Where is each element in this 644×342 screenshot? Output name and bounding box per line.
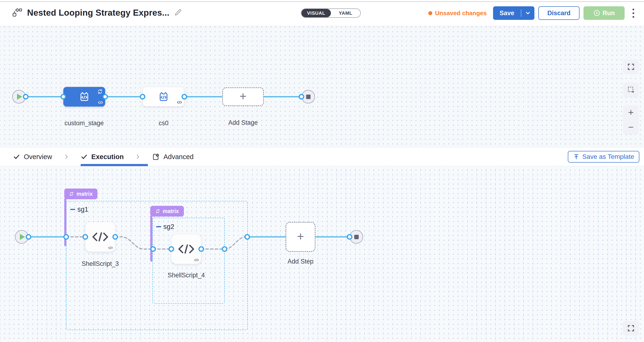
chevron-right-icon <box>63 153 70 160</box>
more-options-kebab-icon[interactable] <box>628 6 638 20</box>
port <box>347 234 352 240</box>
matrix-badge-sg1[interactable]: matrix <box>64 188 98 199</box>
chevron-right-icon <box>135 153 141 160</box>
port <box>222 246 227 252</box>
execution-canvas[interactable]: matrix matrix sg1 sg2 <box>0 166 644 342</box>
plus-icon: + <box>297 230 304 242</box>
page-title: Nested Looping Strategy Expres... <box>27 8 170 18</box>
fullscreen-icon <box>627 324 635 332</box>
step-node-shellscript-3[interactable] <box>85 222 115 252</box>
tab-overview[interactable]: Overview <box>13 153 52 161</box>
loop-icon <box>155 208 160 214</box>
zoom-controls: + − <box>623 105 639 134</box>
fullscreen-button[interactable] <box>623 60 639 74</box>
toggle-yaml[interactable]: YAML <box>331 9 360 17</box>
advanced-settings-icon <box>152 153 160 160</box>
window-top-edge <box>0 2 644 2</box>
start-play-icon <box>17 94 22 100</box>
port <box>198 246 204 252</box>
collapse-dash-icon <box>156 226 161 227</box>
unsaved-changes-badge: Unsaved changes <box>428 10 487 17</box>
collapse-dash-icon <box>70 209 75 210</box>
view-mode-toggle: VISUAL YAML <box>301 8 361 18</box>
step-label-shellscript-3[interactable]: ShellScript_3 <box>82 260 119 268</box>
header: Nested Looping Strategy Expres... VISUAL… <box>0 0 644 26</box>
matrix-badge-sg2[interactable]: matrix <box>150 206 184 216</box>
save-button[interactable]: Save <box>493 6 534 20</box>
zoom-out-button[interactable]: − <box>628 122 634 132</box>
run-button-label: Run <box>603 10 615 17</box>
discard-button[interactable]: Discard <box>538 6 580 20</box>
zoom-in-button[interactable]: + <box>628 108 634 117</box>
tab-execution[interactable]: Execution <box>80 153 124 161</box>
pipeline-icon <box>12 8 22 18</box>
port <box>23 94 28 100</box>
plus-icon: + <box>240 90 246 102</box>
port <box>168 246 174 252</box>
step-node-shellscript-4[interactable] <box>171 234 201 264</box>
port <box>299 94 304 100</box>
tab-advanced-label: Advanced <box>163 153 194 161</box>
port <box>112 234 118 240</box>
run-button[interactable]: Run <box>584 6 624 20</box>
run-play-icon <box>593 10 600 16</box>
save-button-label[interactable]: Save <box>493 10 521 17</box>
fullscreen-icon <box>627 63 635 71</box>
add-step-label[interactable]: Add Step <box>288 258 313 265</box>
upload-icon <box>573 154 580 160</box>
group-label-sg2[interactable]: sg2 <box>156 223 174 230</box>
step-code-icon <box>108 246 113 250</box>
add-stage-label[interactable]: Add Stage <box>228 119 258 126</box>
step-label-shellscript-4[interactable]: ShellScript_4 <box>168 272 205 279</box>
matrix-badge-label: matrix <box>163 208 179 214</box>
active-tab-underline <box>80 164 148 166</box>
stage-label-custom-stage[interactable]: custom_stage <box>64 120 104 127</box>
unsaved-dot-icon <box>428 11 432 15</box>
tab-advanced[interactable]: Advanced <box>152 153 194 161</box>
pipeline-studio: Nested Looping Strategy Expres... VISUAL… <box>0 0 644 342</box>
port <box>244 234 250 240</box>
stage-node-custom-stage[interactable] <box>63 87 105 106</box>
stage-detail-tabbar: Overview Execution Advanced <box>0 147 644 166</box>
marquee-select-button[interactable] <box>623 82 639 97</box>
port <box>102 94 108 100</box>
stage-label-cs0[interactable]: cs0 <box>159 120 168 127</box>
looping-strategy-icon <box>97 88 103 96</box>
step-code-icon <box>194 258 199 262</box>
unsaved-text: Unsaved changes <box>435 10 487 17</box>
start-play-icon <box>20 234 25 240</box>
toggle-visual[interactable]: VISUAL <box>302 9 331 17</box>
port <box>82 234 88 240</box>
save-as-template-label: Save as Template <box>582 153 634 160</box>
stop-icon <box>306 94 310 99</box>
stage-code-icon <box>98 101 103 105</box>
loop-icon <box>69 191 74 196</box>
port <box>26 234 31 240</box>
port <box>63 234 69 240</box>
marquee-select-icon <box>627 86 635 94</box>
add-stage-button[interactable]: + <box>222 87 264 106</box>
port <box>60 94 66 100</box>
port <box>140 94 145 100</box>
tab-execution-label: Execution <box>91 153 124 161</box>
fullscreen-button[interactable] <box>623 321 639 336</box>
edit-title-icon[interactable] <box>174 9 182 17</box>
matrix-bar-sg2 <box>150 216 152 262</box>
port <box>182 94 187 100</box>
stop-icon <box>354 235 359 239</box>
save-options-chevron-icon[interactable] <box>521 10 534 16</box>
save-as-template-button[interactable]: Save as Template <box>568 151 639 162</box>
stage-wires <box>0 26 644 147</box>
check-icon <box>80 153 88 160</box>
port <box>150 246 156 252</box>
discard-button-label: Discard <box>547 10 570 17</box>
stage-code-icon <box>177 100 182 105</box>
group-label-sg1[interactable]: sg1 <box>70 206 88 213</box>
matrix-badge-label: matrix <box>76 191 92 197</box>
stage-node-cs0[interactable] <box>142 87 184 106</box>
tab-overview-label: Overview <box>24 153 52 161</box>
stage-canvas[interactable]: + custom_stage cs0 Add Stage + <box>0 26 644 147</box>
check-icon <box>13 153 20 160</box>
add-step-button[interactable]: + <box>286 222 316 252</box>
